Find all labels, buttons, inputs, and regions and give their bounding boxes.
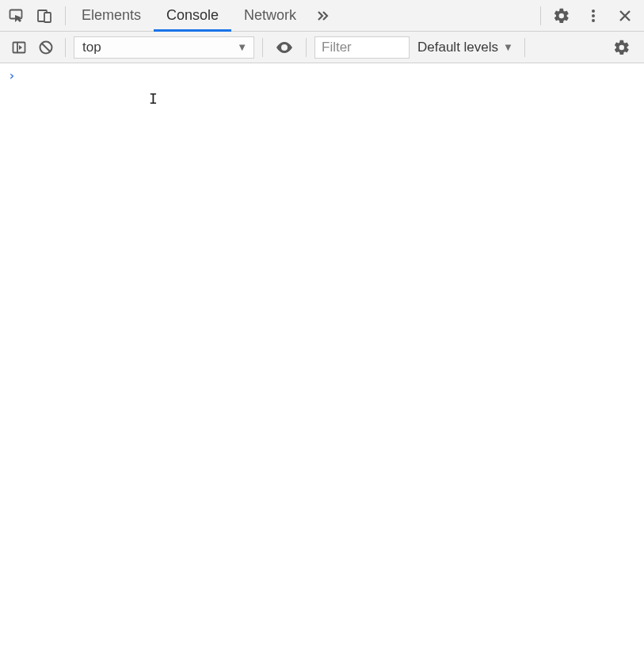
tab-list: Elements Console Network <box>69 0 309 31</box>
console-prompt-line[interactable]: › <box>0 63 644 85</box>
console-settings-button[interactable] <box>608 35 636 60</box>
main-tab-bar: Elements Console Network <box>0 0 644 32</box>
chevron-down-icon: ▼ <box>237 41 247 53</box>
chevron-double-right-icon <box>316 9 330 23</box>
sidebar-toggle-icon <box>11 40 27 55</box>
more-vertical-icon <box>585 8 601 24</box>
console-filter-input[interactable] <box>314 36 410 59</box>
divider <box>524 38 525 57</box>
ban-icon <box>38 40 54 55</box>
left-tool-group <box>5 3 62 28</box>
divider <box>65 38 66 57</box>
divider <box>306 38 307 57</box>
device-toolbar-button[interactable] <box>33 3 55 28</box>
svg-line-9 <box>42 43 51 51</box>
gear-icon <box>613 39 631 56</box>
levels-select-label: Default levels <box>417 40 498 55</box>
svg-rect-2 <box>44 13 51 22</box>
inspect-cursor-icon <box>8 8 24 24</box>
inspect-element-button[interactable] <box>5 3 27 28</box>
divider <box>65 6 66 25</box>
chevron-down-icon: ▼ <box>503 41 513 53</box>
toggle-console-sidebar-button[interactable] <box>8 35 30 60</box>
right-tool-group <box>537 3 639 28</box>
console-toolbar: top ▼ Default levels ▼ <box>0 32 644 63</box>
svg-point-4 <box>592 14 595 17</box>
prompt-caret-icon: › <box>8 68 16 83</box>
live-expression-button[interactable] <box>271 35 298 60</box>
clear-console-button[interactable] <box>35 35 57 60</box>
text-cursor-icon: I <box>149 90 158 107</box>
divider <box>262 38 263 57</box>
close-icon <box>618 9 632 23</box>
execution-context-select[interactable]: top ▼ <box>74 36 254 59</box>
tab-network[interactable]: Network <box>231 0 309 31</box>
tab-console[interactable]: Console <box>154 0 231 31</box>
console-output-area[interactable]: › I <box>0 63 644 661</box>
settings-button[interactable] <box>547 3 576 28</box>
svg-point-3 <box>592 9 595 13</box>
device-icon <box>36 8 52 24</box>
eye-icon <box>275 38 294 57</box>
svg-point-5 <box>592 19 595 22</box>
tab-elements[interactable]: Elements <box>69 0 154 31</box>
divider <box>540 6 541 25</box>
close-devtools-button[interactable] <box>611 3 639 28</box>
kebab-menu-button[interactable] <box>579 3 608 28</box>
log-levels-select[interactable]: Default levels ▼ <box>414 40 516 55</box>
context-select-value: top <box>82 40 101 55</box>
gear-icon <box>553 7 570 25</box>
more-tabs-button[interactable] <box>309 0 337 31</box>
